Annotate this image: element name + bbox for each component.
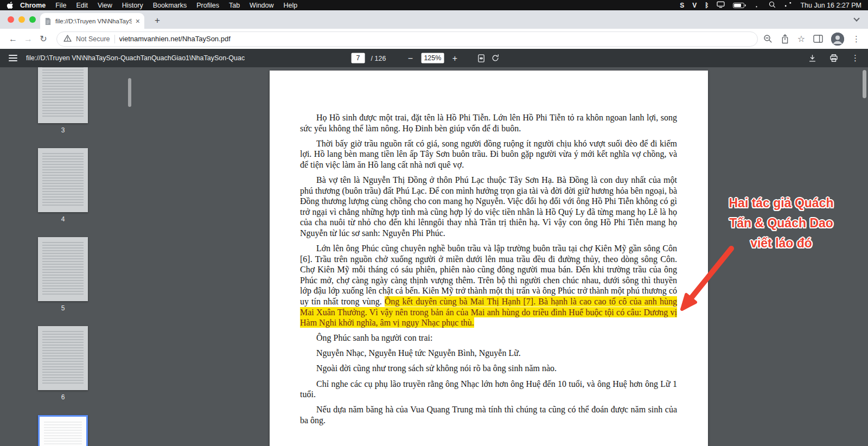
back-button[interactable]: ← bbox=[5, 34, 21, 44]
side-panel-icon[interactable] bbox=[813, 35, 823, 43]
download-icon[interactable] bbox=[808, 54, 816, 62]
thumbnail-page-3[interactable]: 3 bbox=[38, 67, 88, 134]
menubar-clock[interactable]: Thu Jun 16 2:27 PM bbox=[800, 2, 861, 9]
thumbnail-page-6[interactable]: 6 bbox=[38, 326, 88, 401]
menu-profiles[interactable]: Profiles bbox=[196, 2, 219, 9]
spotlight-search-icon[interactable] bbox=[769, 1, 776, 10]
pdf-sidebar-toggle-icon[interactable] bbox=[9, 55, 17, 61]
menu-edit[interactable]: Edit bbox=[76, 2, 88, 9]
menu-bookmarks[interactable]: Bookmarks bbox=[153, 2, 187, 9]
paragraph: Bà vợ tên là Nguyễn Thị Đồng ở thôn Phú … bbox=[300, 175, 677, 239]
thumbnail-label: 5 bbox=[38, 304, 88, 312]
pdf-favicon-icon bbox=[44, 17, 52, 24]
thumbnail-page-5[interactable]: 5 bbox=[38, 237, 88, 312]
close-window-button[interactable] bbox=[8, 16, 14, 23]
bluetooth-icon[interactable]: ᛒ bbox=[705, 2, 709, 9]
print-icon[interactable] bbox=[829, 54, 838, 62]
macos-menubar: Chrome File Edit View History Bookmarks … bbox=[0, 0, 868, 10]
menu-history[interactable]: History bbox=[122, 2, 143, 9]
menu-chrome[interactable]: Chrome bbox=[20, 2, 46, 9]
thumbnail-image[interactable] bbox=[38, 67, 88, 123]
pdf-content-area: 3 4 5 6 Họ Hồ sinh được một trai, đặt tê… bbox=[0, 67, 868, 446]
menu-help[interactable]: Help bbox=[284, 2, 298, 9]
rotate-page-icon[interactable] bbox=[491, 54, 499, 62]
close-tab-icon[interactable]: × bbox=[136, 17, 140, 25]
thumbnail-label: 4 bbox=[38, 215, 88, 223]
minimize-window-button[interactable] bbox=[18, 16, 25, 23]
paragraph: Họ Hồ sinh được một trai, đặt tên là Hồ … bbox=[300, 112, 677, 133]
zoom-window-button[interactable] bbox=[29, 16, 36, 23]
menu-window[interactable]: Window bbox=[250, 2, 273, 9]
thumbnail-page-4[interactable]: 4 bbox=[38, 148, 88, 223]
annotation-arrow-icon bbox=[674, 244, 745, 317]
thumbnail-label: 3 bbox=[38, 126, 88, 134]
paragraph: Nếu dựa năm băng hà của Vua Quang Trung … bbox=[300, 404, 677, 425]
annotation-line: Tấn & Quách Dao bbox=[722, 213, 841, 233]
zoom-out-button[interactable]: − bbox=[405, 53, 415, 63]
thumbnail-image[interactable] bbox=[38, 326, 88, 390]
sidebar-scrollbar[interactable] bbox=[128, 78, 131, 107]
profile-avatar[interactable] bbox=[831, 33, 844, 46]
omnibox-divider bbox=[114, 35, 115, 43]
page-number-input[interactable]: 7 bbox=[352, 53, 365, 63]
display-status-icon[interactable] bbox=[717, 1, 725, 10]
menu-tab[interactable]: Tab bbox=[229, 2, 240, 9]
thumbnail-image[interactable] bbox=[38, 237, 88, 301]
thumbnail-image[interactable] bbox=[38, 148, 88, 212]
address-bar: ← → ↻ Not Secure vietnamvanhien.net/NhaT… bbox=[0, 29, 868, 49]
bookmark-star-icon[interactable]: ☆ bbox=[797, 35, 805, 43]
tab-title: file://D:\Truyen VN\NhaTaySon- bbox=[55, 18, 132, 24]
paragraph: Ông Phúc sanh ba người con trai: bbox=[300, 333, 677, 343]
page-count-label: / 126 bbox=[371, 54, 386, 62]
annotation-line: Hai tác giả Quách bbox=[722, 193, 841, 213]
menu-file[interactable]: File bbox=[55, 2, 66, 9]
thumbnail-label: 6 bbox=[38, 393, 88, 401]
url-text: vietnamvanhien.net/NhaTaySon.pdf bbox=[119, 35, 231, 43]
fit-to-page-icon[interactable] bbox=[477, 54, 485, 62]
browser-tab[interactable]: file://D:\Truyen VN\NhaTaySon- × bbox=[40, 13, 144, 29]
thumbnail-page-7[interactable] bbox=[38, 415, 88, 446]
viewer-scrollbar[interactable] bbox=[863, 70, 866, 98]
pdf-document-title: file://D:\Truyen VN\NhaTaySon-QuachTanQu… bbox=[26, 54, 245, 62]
share-icon[interactable] bbox=[781, 34, 789, 44]
tab-overflow-chevron-icon[interactable] bbox=[854, 17, 859, 22]
new-tab-button[interactable]: + bbox=[151, 14, 164, 27]
wifi-icon[interactable] bbox=[752, 1, 761, 9]
apple-menu-icon[interactable] bbox=[7, 2, 13, 9]
thumbnail-image-current[interactable] bbox=[38, 415, 88, 446]
pdf-toolbar: file://D:\Truyen VN\NhaTaySon-QuachTanQu… bbox=[0, 49, 868, 67]
pdf-thumbnail-sidebar: 3 4 5 6 bbox=[0, 67, 133, 446]
paragraph: Lớn lên ông Phúc cũng chuyên nghề buôn t… bbox=[300, 243, 677, 328]
pdf-viewer[interactable]: Họ Hồ sinh được một trai, đặt tên là Hồ … bbox=[133, 67, 868, 446]
paragraph: Nguyễn Nhạc, Nguyễn Huệ tức Nguyễn Bình,… bbox=[300, 348, 677, 359]
forward-button[interactable]: → bbox=[21, 34, 36, 44]
paragraph: Chỉ nghe các cụ phụ lão truyền rằng ông … bbox=[300, 379, 677, 400]
url-bar[interactable]: Not Secure vietnamvanhien.net/NhaTaySon.… bbox=[56, 31, 758, 47]
security-label: Not Secure bbox=[76, 35, 110, 43]
chrome-menu-icon[interactable]: ⋮ bbox=[852, 34, 860, 44]
not-secure-warning-icon[interactable] bbox=[63, 34, 72, 44]
v-app-status-icon[interactable]: V bbox=[692, 2, 697, 9]
page-zoom-icon[interactable] bbox=[763, 34, 773, 43]
reload-button[interactable]: ↻ bbox=[36, 34, 51, 44]
pdf-more-menu-icon[interactable]: ⋮ bbox=[851, 53, 859, 63]
s-app-status-icon[interactable]: S bbox=[680, 2, 684, 9]
battery-icon[interactable] bbox=[733, 3, 744, 8]
pdf-page: Họ Hồ sinh được một trai, đặt tên là Hồ … bbox=[270, 71, 708, 446]
paragraph: Ngoài đời cũng như trong sách sử không n… bbox=[300, 363, 677, 374]
tab-strip: file://D:\Truyen VN\NhaTaySon- × + bbox=[0, 10, 868, 29]
menu-view[interactable]: View bbox=[98, 2, 112, 9]
zoom-in-button[interactable]: + bbox=[450, 53, 459, 63]
paragraph: Thời bấy giờ trầu nguồn rất có giá, song… bbox=[300, 138, 677, 170]
control-center-icon[interactable] bbox=[784, 1, 792, 9]
zoom-level-display[interactable]: 125% bbox=[421, 53, 444, 63]
